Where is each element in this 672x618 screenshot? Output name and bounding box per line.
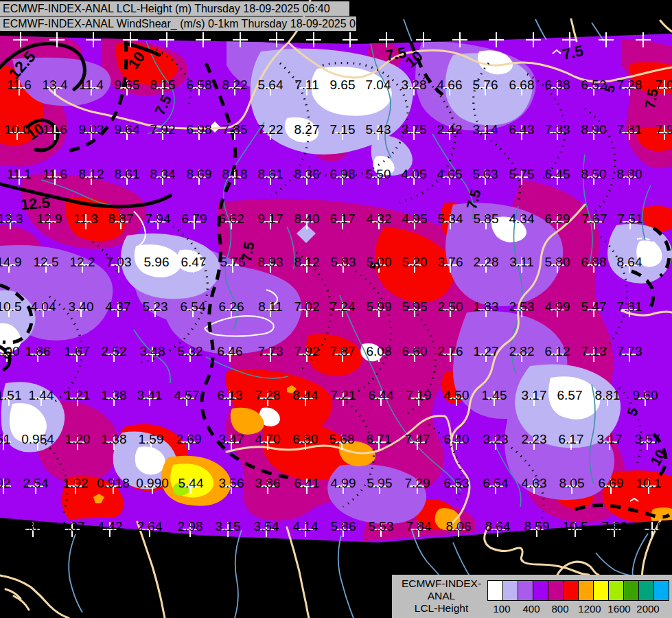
legend-tick-labels: 100400800120016002000	[392, 603, 672, 617]
grid-value: 8.64	[485, 519, 511, 534]
grid-value: 5.34	[438, 211, 463, 226]
grid-value: 4.34	[509, 211, 535, 226]
grid-value: 2.82	[509, 344, 535, 358]
grid-value: 1.92	[63, 476, 89, 490]
legend-swatch	[608, 580, 624, 601]
grid-value: 3.11	[509, 255, 534, 269]
grid-value: 5.63	[473, 167, 498, 181]
grid-value: 6.26	[219, 299, 244, 314]
grid-value: 5.95	[367, 476, 393, 490]
legend-colorbar	[487, 580, 669, 601]
grid-value: 4.65	[437, 167, 463, 181]
grid-value: 8.44	[293, 388, 318, 402]
grid-value: 2.54	[23, 476, 49, 490]
grid-value: 5.86	[331, 519, 356, 534]
grid-value: 7.94	[146, 211, 171, 226]
grid-value: 8.12	[79, 167, 104, 181]
grid-value: 3.76	[438, 255, 463, 269]
grid-value: 2.28	[474, 255, 499, 269]
grid-value: 5.44	[178, 476, 204, 490]
grid-value: 6.40	[444, 432, 470, 446]
grid-value: 3.47	[219, 432, 244, 446]
grid-value: 8.61	[258, 167, 283, 181]
grid-value: 6.38	[545, 78, 570, 92]
grid-value: 6.13	[218, 388, 243, 402]
grid-value: 1.44	[29, 388, 54, 402]
legend-tick-label: 100	[493, 603, 510, 615]
grid-value: 6.88	[581, 255, 607, 269]
grid-value: 4.37	[106, 299, 131, 314]
legend-title-model: ECMWF-INDEX-ANAL	[396, 577, 487, 602]
grid-value: 2.53	[509, 299, 535, 314]
grid-value: 7.24	[330, 299, 356, 314]
grid-value: 4.42	[97, 519, 123, 534]
grid-value: 8.64	[617, 255, 642, 269]
grid-value: 5.53	[369, 519, 394, 534]
grid-value: 6.46	[218, 344, 243, 358]
grid-value: 3.14	[473, 122, 498, 137]
grid-value: 3.86	[255, 476, 281, 490]
grid-value: 4.37	[60, 519, 85, 534]
legend-swatch	[487, 580, 503, 601]
grid-value: 6.98	[187, 122, 212, 137]
grid-value: 12.5	[34, 255, 59, 269]
grid-value: 3.15	[216, 519, 241, 534]
grid-value: 7.33	[545, 122, 570, 137]
grid-value: 11.6	[43, 167, 67, 181]
grid-value: 6.71	[367, 432, 392, 446]
grid-value: 6.29	[545, 211, 570, 226]
grid-value: 6.47	[181, 255, 207, 269]
grid-value: 12.9	[37, 211, 62, 226]
grid-value: 7.92	[294, 344, 320, 358]
grid-value: 4.14	[293, 519, 318, 534]
grid-value: 9.65	[115, 78, 140, 92]
grid-value: 6.44	[369, 388, 394, 402]
grid-value: 3.56	[219, 476, 244, 490]
grid-value: 8.59	[524, 519, 550, 534]
grid-value: 7.92	[150, 122, 176, 137]
grid-value: 2.50	[438, 299, 463, 314]
grid-value: 1.51	[0, 388, 21, 402]
title-bar-wind-shear: ECMWF-INDEX-ANAL WindShear_ (m/s) 0-1km …	[0, 16, 356, 31]
grid-value: 8.61	[115, 167, 140, 181]
grid-value: 14.9	[0, 255, 21, 269]
map-canvas: 11.613.411.49.658.156.588.225.647.119.65…	[0, 0, 672, 618]
grid-value: 5.85	[474, 211, 499, 226]
grid-value: 0.990	[136, 476, 169, 490]
grid-value: 7.21	[331, 388, 356, 402]
grid-value: 7.87	[330, 344, 356, 358]
grid-value: 6.62	[219, 211, 244, 226]
grid-value: 8.40	[294, 211, 320, 226]
grid-value: 10.5	[563, 519, 588, 534]
grid-value: 6.43	[509, 122, 535, 137]
grid-value: 9.65	[330, 78, 356, 92]
grid-value: 3.40	[69, 299, 94, 314]
grid-value: 7.84	[406, 519, 432, 534]
grid-value: 4.70	[255, 432, 281, 446]
grid-value: 4.99	[545, 299, 570, 314]
grid-value: 10.1	[636, 476, 662, 490]
lcl-height-filled-field	[0, 27, 672, 549]
grid-value: 8.93	[258, 255, 283, 269]
grid-value: 8.11	[258, 299, 283, 314]
grid-value: 1.20	[65, 432, 91, 446]
grid-value: 9.64	[115, 122, 140, 137]
grid-value: 7.15	[330, 122, 356, 137]
legend: ECMWF-INDEX-ANAL LCL-Height m 1004008001…	[392, 575, 672, 618]
legend-tick-label: 1600	[607, 603, 630, 615]
legend-swatch	[502, 580, 518, 601]
grid-value: 12.2	[70, 255, 95, 269]
grid-value: 11.0	[640, 519, 664, 534]
legend-swatch	[533, 580, 548, 601]
weather-map-screen: 11.613.411.49.658.156.588.225.647.119.65…	[0, 0, 672, 618]
grid-value: 8.12	[294, 255, 320, 269]
grid-value: 3.23	[483, 432, 509, 446]
grid-value: 7.63	[602, 519, 627, 534]
grid-value: 3.75	[402, 122, 427, 137]
legend-swatch	[593, 580, 609, 601]
grid-value: 4.04	[31, 299, 56, 314]
grid-value: 7.13	[581, 344, 607, 358]
grid-value: 2.52	[102, 344, 127, 358]
grid-value: 5.32	[178, 344, 203, 358]
grid-value: 7.73	[258, 344, 283, 358]
